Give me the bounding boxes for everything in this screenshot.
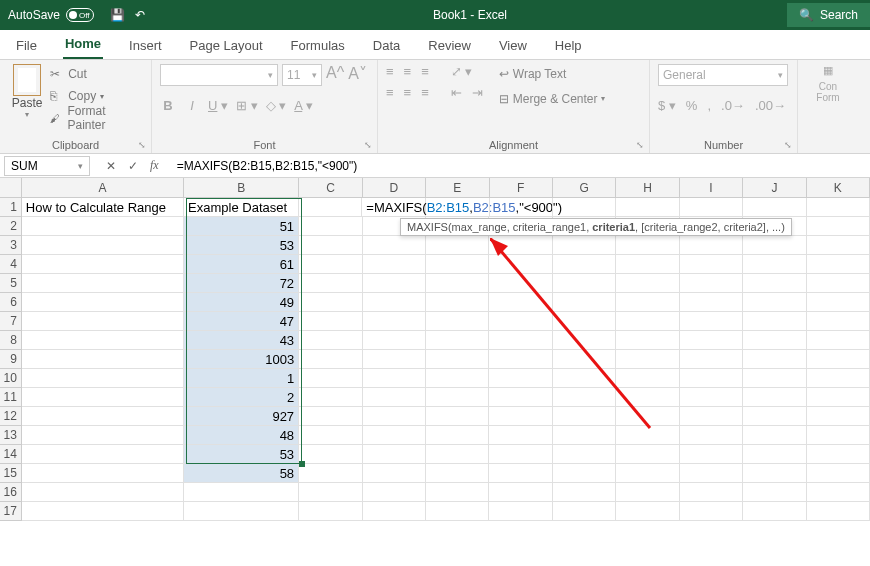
cell[interactable]	[743, 426, 806, 445]
font-launcher[interactable]: ⤡	[364, 140, 374, 150]
cell[interactable]	[426, 293, 489, 312]
cell[interactable]	[299, 274, 362, 293]
comma-button[interactable]: ,	[707, 98, 711, 113]
cell[interactable]	[22, 255, 184, 274]
cell[interactable]	[807, 312, 870, 331]
cell[interactable]	[743, 464, 806, 483]
cell[interactable]	[299, 426, 362, 445]
col-header[interactable]: G	[553, 178, 616, 198]
col-header[interactable]: A	[22, 178, 185, 198]
cell[interactable]	[616, 312, 679, 331]
font-family-select[interactable]: ▾	[160, 64, 278, 86]
cell[interactable]	[553, 445, 616, 464]
cell[interactable]	[553, 198, 616, 217]
cell[interactable]	[426, 236, 489, 255]
cell[interactable]	[363, 369, 426, 388]
search-box[interactable]: 🔍 Search	[787, 3, 870, 27]
cell[interactable]	[489, 426, 552, 445]
cell[interactable]	[299, 350, 362, 369]
cell[interactable]	[807, 331, 870, 350]
cell[interactable]	[743, 502, 806, 521]
clipboard-launcher[interactable]: ⤡	[138, 140, 148, 150]
save-icon[interactable]: 💾	[110, 8, 125, 22]
cell[interactable]	[22, 236, 184, 255]
cell[interactable]	[680, 464, 743, 483]
cell[interactable]	[743, 407, 806, 426]
cell[interactable]: 51	[184, 217, 299, 236]
cell[interactable]	[553, 350, 616, 369]
cell[interactable]	[363, 407, 426, 426]
cell[interactable]	[426, 312, 489, 331]
border-button[interactable]: ⊞ ▾	[236, 98, 258, 113]
cell[interactable]	[489, 407, 552, 426]
conditional-formatting-icon[interactable]: ▦	[823, 64, 833, 77]
merge-center-button[interactable]: ⊟Merge & Center▾	[499, 89, 606, 108]
cell[interactable]	[616, 293, 679, 312]
cell[interactable]	[363, 350, 426, 369]
cell[interactable]	[299, 331, 362, 350]
cell[interactable]	[680, 198, 743, 217]
cell[interactable]	[363, 464, 426, 483]
italic-button[interactable]: I	[184, 98, 200, 113]
row-header[interactable]: 11	[0, 388, 22, 407]
cell[interactable]	[299, 483, 362, 502]
cell[interactable]	[807, 293, 870, 312]
cell[interactable]	[489, 274, 552, 293]
cell[interactable]	[743, 255, 806, 274]
tab-home[interactable]: Home	[63, 32, 103, 59]
cell[interactable]	[299, 445, 362, 464]
cell[interactable]: How to Calculate Range	[22, 198, 184, 217]
cell[interactable]	[553, 369, 616, 388]
align-right-icon[interactable]: ≡	[421, 85, 429, 100]
row-header[interactable]: 9	[0, 350, 22, 369]
cell[interactable]	[363, 388, 426, 407]
cell[interactable]	[743, 350, 806, 369]
cell[interactable]	[680, 502, 743, 521]
cell[interactable]	[553, 464, 616, 483]
cell[interactable]	[807, 274, 870, 293]
col-header[interactable]: C	[299, 178, 362, 198]
cell[interactable]	[743, 445, 806, 464]
cell[interactable]	[299, 407, 362, 426]
cell[interactable]	[807, 369, 870, 388]
cell[interactable]	[22, 312, 184, 331]
tab-review[interactable]: Review	[426, 34, 473, 59]
spreadsheet-grid[interactable]: A B C D E F G H I J K 1How to Calculate …	[0, 178, 870, 521]
number-format-select[interactable]: General▾	[658, 64, 788, 86]
cell[interactable]	[807, 426, 870, 445]
col-header[interactable]: K	[807, 178, 870, 198]
autosave[interactable]: AutoSave Off	[0, 8, 102, 22]
cell[interactable]	[743, 236, 806, 255]
cell[interactable]	[553, 426, 616, 445]
cell[interactable]	[616, 407, 679, 426]
col-header[interactable]: J	[743, 178, 806, 198]
cell[interactable]	[299, 255, 362, 274]
undo-icon[interactable]: ↶	[135, 8, 145, 22]
cell[interactable]	[299, 198, 362, 217]
cell[interactable]	[680, 369, 743, 388]
cell[interactable]	[616, 426, 679, 445]
increase-indent-icon[interactable]: ⇥	[472, 85, 483, 100]
copy-button[interactable]: Copy▾	[50, 86, 143, 106]
cell[interactable]	[680, 312, 743, 331]
cell[interactable]	[426, 388, 489, 407]
cell[interactable]	[426, 445, 489, 464]
cell[interactable]	[22, 293, 184, 312]
cell[interactable]	[616, 255, 679, 274]
cell[interactable]	[363, 293, 426, 312]
tab-help[interactable]: Help	[553, 34, 584, 59]
cell[interactable]	[680, 407, 743, 426]
cell[interactable]	[807, 217, 870, 236]
font-color-button[interactable]: A ▾	[294, 98, 313, 113]
font-size-select[interactable]: 11▾	[282, 64, 322, 86]
cell[interactable]	[743, 293, 806, 312]
col-header[interactable]: E	[426, 178, 489, 198]
bold-button[interactable]: B	[160, 98, 176, 113]
cell[interactable]	[299, 369, 362, 388]
accept-formula-icon[interactable]: ✓	[128, 159, 138, 173]
decrease-font-icon[interactable]: A˅	[348, 64, 367, 86]
cell[interactable]	[490, 198, 553, 217]
cell[interactable]	[616, 483, 679, 502]
cell[interactable]: 72	[184, 274, 299, 293]
cell[interactable]	[743, 198, 806, 217]
